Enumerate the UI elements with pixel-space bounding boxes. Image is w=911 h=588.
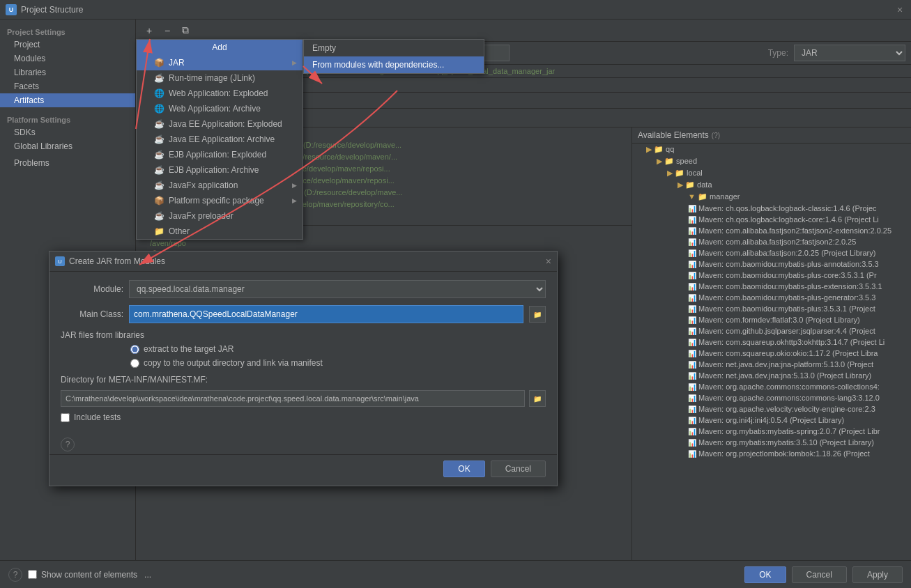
- add-button[interactable]: +: [141, 23, 157, 38]
- sidebar-item-project[interactable]: Project: [0, 38, 135, 52]
- main-class-label: Main Class:: [61, 309, 123, 319]
- folder-icon: ▶: [667, 169, 673, 177]
- add-dropdown: Add 📦 JAR ☕ Run-time image (JLink) 🌐 Web…: [136, 39, 303, 240]
- module-select[interactable]: qq.speed.local.data.manager: [129, 280, 546, 298]
- sidebar-item-global-libraries[interactable]: Global Libraries: [0, 139, 135, 153]
- sidebar-item-libraries[interactable]: Libraries: [0, 65, 135, 79]
- folder-icon: ▼: [688, 192, 696, 201]
- sidebar-item-facets[interactable]: Facets: [0, 79, 135, 93]
- dialog-close-button[interactable]: ×: [546, 256, 551, 267]
- dir-browse-button[interactable]: 📁: [529, 390, 546, 407]
- avail-flatlaf[interactable]: 📊 Maven: com.formdev:flatlaf:3.0 (Projec…: [632, 314, 911, 325]
- more-button[interactable]: ...: [141, 567, 154, 582]
- avail-item-qq[interactable]: ▶ 📁 qq: [632, 144, 911, 155]
- available-elements-header: Available Elements (?): [632, 127, 911, 144]
- avail-commons-collections[interactable]: 📊 Maven: org.apache.commons:commons-coll…: [632, 381, 911, 392]
- bottom-bar: ? Show content of elements ... OK Cancel…: [0, 560, 911, 588]
- ejb-archive-icon: ☕: [153, 164, 164, 176]
- add-javaee-exploded-item[interactable]: ☕ Java EE Application: Exploded: [137, 116, 303, 132]
- avail-item-manager[interactable]: ▼ 📁 manager: [632, 191, 911, 203]
- close-button[interactable]: ×: [894, 4, 905, 15]
- main-class-input[interactable]: [129, 305, 523, 323]
- add-runtime-image-item[interactable]: ☕ Run-time image (JLink): [137, 70, 303, 86]
- jar-icon: 📦: [153, 57, 164, 68]
- dialog-icon: U: [55, 256, 65, 266]
- dialog-cancel-button[interactable]: Cancel: [491, 461, 546, 477]
- extract-radio[interactable]: [130, 345, 139, 354]
- window-title: Project Structure: [21, 5, 83, 15]
- avail-logback-core[interactable]: 📊 Maven: ch.qos.logback:logback-core:1.4…: [632, 214, 911, 225]
- app-icon: U: [6, 4, 17, 15]
- avail-logback-classic[interactable]: 📊 Maven: ch.qos.logback:logback-classic:…: [632, 203, 911, 214]
- main-class-browse-button[interactable]: 📁: [529, 306, 546, 323]
- avail-mybatis-annotation[interactable]: 📊 Maven: com.baomidou:mybatis-plus-annot…: [632, 258, 911, 270]
- webapp-icon: 🌐: [153, 88, 164, 99]
- dialog-help-button[interactable]: ?: [61, 438, 75, 451]
- ok-button[interactable]: OK: [744, 566, 786, 583]
- sidebar-item-sdks[interactable]: SDKs: [0, 125, 135, 139]
- show-content-label: Show content of elements: [41, 570, 137, 580]
- avail-velocity[interactable]: 📊 Maven: org.apache.velocity:velocity-en…: [632, 403, 911, 415]
- available-elements-pane: Available Elements (?) ▶ 📁 qq ▶ 📁 speed …: [632, 127, 911, 560]
- sidebar-item-problems[interactable]: Problems: [0, 156, 135, 170]
- add-javafx-item[interactable]: ☕ JavaFx application: [137, 178, 303, 193]
- avail-mybatis[interactable]: 📊 Maven: org.mybatis:mybatis:3.5.10 (Pro…: [632, 437, 911, 448]
- avail-commons-lang[interactable]: 📊 Maven: org.apache.commons:commons-lang…: [632, 392, 911, 403]
- copy-button[interactable]: ⧉: [178, 23, 193, 38]
- add-ejb-archive-item[interactable]: ☕ EJB Application: Archive: [137, 162, 303, 178]
- copy-radio[interactable]: [130, 359, 139, 368]
- add-other-item[interactable]: 📁 Other: [137, 224, 303, 239]
- avail-item-data[interactable]: ▶ 📁 data: [632, 179, 911, 191]
- avail-mybatis-gen[interactable]: 📊 Maven: com.baomidou:mybatis-plus-gener…: [632, 292, 911, 303]
- remove-button[interactable]: −: [160, 23, 175, 38]
- add-javaee-archive-item[interactable]: ☕ Java EE Application: Archive: [137, 132, 303, 147]
- title-bar: U Project Structure ×: [0, 0, 911, 20]
- dir-input[interactable]: [61, 390, 525, 407]
- help-button[interactable]: ?: [8, 568, 22, 582]
- copy-label: copy to the output directory and link vi…: [144, 358, 323, 368]
- project-settings-section: Project Settings: [0, 25, 135, 38]
- avail-jna-platform[interactable]: 📊 Maven: net.java.dev.jna:jna-platform:5…: [632, 359, 911, 370]
- extract-label: extract to the target JAR: [144, 344, 234, 354]
- avail-mybatis-plus[interactable]: 📊 Maven: com.baomidou:mybatis-plus:3.5.3…: [632, 303, 911, 314]
- avail-jsqlparser[interactable]: 📊 Maven: com.github.jsqlparser:jsqlparse…: [632, 325, 911, 336]
- apply-button[interactable]: Apply: [852, 566, 903, 583]
- show-content-checkbox[interactable]: [28, 570, 37, 579]
- avail-fastjson[interactable]: 📊 Maven: com.alibaba:fastjson:2.0.25 (Pr…: [632, 247, 911, 258]
- jar-from-modules-item[interactable]: From modules with dependencies...: [304, 56, 484, 73]
- add-webapp-exploded-item[interactable]: 🌐 Web Application: Exploded: [137, 86, 303, 101]
- avail-okio[interactable]: 📊 Maven: com.squareup.okio:okio:1.17.2 (…: [632, 348, 911, 359]
- include-tests-checkbox[interactable]: [61, 413, 70, 422]
- dialog-title: Create JAR from Modules: [69, 256, 542, 266]
- add-jar-item[interactable]: 📦 JAR: [137, 55, 303, 70]
- runtime-icon: ☕: [153, 72, 164, 84]
- module-label: Module:: [61, 284, 123, 294]
- sidebar-item-artifacts[interactable]: Artifacts: [0, 93, 135, 107]
- avail-jna[interactable]: 📊 Maven: net.java.dev.jna:jna:5.13.0 (Pr…: [632, 370, 911, 381]
- avail-okhttp[interactable]: 📊 Maven: com.squareup.okhttp3:okhttp:3.1…: [632, 336, 911, 348]
- jar-empty-item[interactable]: Empty: [304, 40, 484, 56]
- dialog-help-row: ?: [49, 435, 557, 454]
- radio-extract-row: extract to the target JAR: [61, 344, 546, 354]
- type-label: Type:: [768, 48, 788, 58]
- platform-settings-section: Platform Settings: [0, 113, 135, 125]
- add-javafx-preloader-item[interactable]: ☕ JavaFx preloader: [137, 208, 303, 224]
- avail-fastjson2-ext[interactable]: 📊 Maven: com.alibaba.fastjson2:fastjson2…: [632, 225, 911, 236]
- add-platform-package-item[interactable]: 📦 Platform specific package: [137, 193, 303, 208]
- folder-icon: ▶: [646, 145, 652, 153]
- avail-item-speed[interactable]: ▶ 📁 speed: [632, 155, 911, 167]
- dialog-footer: OK Cancel: [49, 454, 557, 486]
- avail-fastjson2[interactable]: 📊 Maven: com.alibaba.fastjson2:fastjson2…: [632, 236, 911, 247]
- add-ejb-exploded-item[interactable]: ☕ EJB Application: Exploded: [137, 147, 303, 162]
- avail-mybatis-core[interactable]: 📊 Maven: com.baomidou:mybatis-plus-core:…: [632, 270, 911, 281]
- cancel-button[interactable]: Cancel: [792, 566, 847, 583]
- avail-item-local[interactable]: ▶ 📁 local: [632, 167, 911, 179]
- add-webapp-archive-item[interactable]: 🌐 Web Application: Archive: [137, 101, 303, 116]
- avail-mybatis-spring[interactable]: 📊 Maven: org.mybatis:mybatis-spring:2.0.…: [632, 426, 911, 437]
- sidebar-item-modules[interactable]: Modules: [0, 52, 135, 65]
- avail-lombok[interactable]: 📊 Maven: org.projectlombok:lombok:1.18.2…: [632, 448, 911, 459]
- avail-mybatis-ext[interactable]: 📊 Maven: com.baomidou:mybatis-plus-exten…: [632, 281, 911, 292]
- avail-ini4j[interactable]: 📊 Maven: org.ini4j:ini4j:0.5.4 (Project …: [632, 415, 911, 426]
- dialog-ok-button[interactable]: OK: [443, 461, 484, 477]
- type-select[interactable]: JAR: [794, 45, 905, 61]
